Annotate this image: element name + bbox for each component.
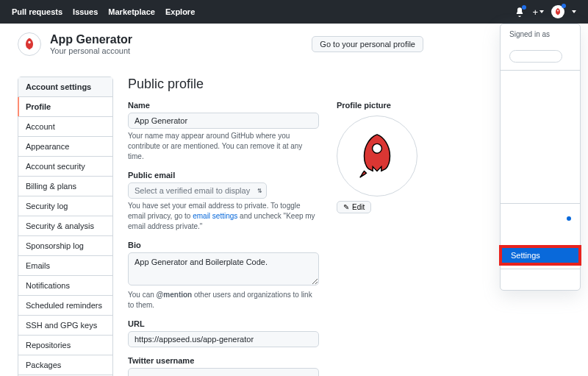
- dropdown-feature-preview[interactable]: Feature preview: [501, 207, 580, 230]
- url-label: URL: [128, 319, 319, 328]
- sidebar-item-profile[interactable]: Profile: [18, 97, 112, 117]
- name-label: Name: [128, 101, 319, 110]
- signed-in-user: app-generator: [509, 38, 571, 47]
- chevron-down-icon: [572, 10, 576, 13]
- sidebar-item-account[interactable]: Account: [18, 117, 112, 137]
- email-label: Public email: [128, 171, 319, 180]
- sidebar-item-security-log[interactable]: Security log: [18, 196, 112, 216]
- sidebar-item-ssh-gpg[interactable]: SSH and GPG keys: [18, 316, 112, 336]
- sidebar-item-billing[interactable]: Billing & plans: [18, 177, 112, 196]
- sidebar: Account settings Profile Account Appeara…: [18, 77, 113, 376]
- twitter-input[interactable]: [128, 368, 319, 376]
- notifications-icon[interactable]: [514, 7, 525, 17]
- sidebar-item-appearance[interactable]: Appearance: [18, 137, 112, 157]
- bio-input[interactable]: [128, 252, 319, 285]
- sidebar-item-sponsorship-log[interactable]: Sponsorship log: [18, 236, 112, 256]
- dropdown-your-profile[interactable]: Your profile: [501, 74, 580, 88]
- dropdown-your-projects[interactable]: Your projects: [501, 141, 580, 156]
- bio-label: Bio: [128, 241, 319, 249]
- name-help: Your name may appear around GitHub where…: [128, 131, 319, 162]
- nav-issues[interactable]: Issues: [73, 7, 98, 16]
- dropdown-your-orgs[interactable]: Your organizations: [501, 118, 580, 141]
- header-title: App Generator: [50, 33, 132, 46]
- profile-picture: [337, 116, 417, 196]
- nav-pull-requests[interactable]: Pull requests: [12, 7, 62, 16]
- dropdown-your-repos[interactable]: Your repositories: [501, 88, 580, 103]
- pencil-icon: ✎: [343, 203, 349, 211]
- svg-point-0: [557, 10, 559, 12]
- dropdown-your-codespaces[interactable]: Your codespaces: [501, 103, 580, 118]
- sidebar-item-repositories[interactable]: Repositories: [18, 336, 112, 355]
- user-avatar-menu[interactable]: [551, 5, 564, 18]
- svg-point-2: [373, 143, 382, 153]
- twitter-label: Twitter username: [128, 356, 319, 365]
- sidebar-item-notifications[interactable]: Notifications: [18, 276, 112, 296]
- signed-in-label: Signed in as: [509, 30, 571, 38]
- header-subtitle: Your personal account: [50, 46, 132, 55]
- sidebar-header: Account settings: [18, 77, 112, 97]
- picture-label: Profile picture: [337, 101, 425, 110]
- sidebar-item-security-analysis[interactable]: Security & analysis: [18, 216, 112, 236]
- bio-help: You can @mention other users and organiz…: [128, 290, 319, 311]
- create-new-menu[interactable]: +: [532, 7, 544, 18]
- edit-picture-button[interactable]: ✎ Edit: [337, 201, 371, 213]
- svg-point-1: [28, 41, 30, 43]
- name-input[interactable]: [128, 113, 319, 129]
- dropdown-signout[interactable]: Sign out: [501, 272, 580, 287]
- sidebar-item-emails[interactable]: Emails: [18, 256, 112, 276]
- email-help: You have set your email address to priva…: [128, 201, 319, 232]
- email-settings-link[interactable]: email settings: [193, 212, 237, 220]
- user-dropdown: Signed in as app-generator ◎ Focusing Yo…: [500, 24, 581, 291]
- email-select[interactable]: Select a verified email to display ⇅: [128, 182, 267, 199]
- select-arrows-icon: ⇅: [257, 188, 262, 194]
- target-icon: ◎: [516, 52, 523, 60]
- dropdown-settings[interactable]: Settings: [502, 248, 578, 263]
- sidebar-item-packages[interactable]: Packages: [18, 355, 112, 375]
- sidebar-item-account-security[interactable]: Account security: [18, 157, 112, 177]
- dropdown-your-gists[interactable]: Your gists: [501, 185, 580, 200]
- dropdown-your-discussions[interactable]: Your discussions: [501, 156, 580, 171]
- status-chip[interactable]: ◎ Focusing: [509, 50, 562, 63]
- topbar: Pull requests Issues Marketplace Explore…: [0, 0, 588, 24]
- nav-explore[interactable]: Explore: [165, 7, 195, 16]
- sidebar-item-scheduled-reminders[interactable]: Scheduled reminders: [18, 296, 112, 316]
- avatar: [18, 32, 41, 56]
- dropdown-your-stars[interactable]: Your stars: [501, 171, 580, 185]
- url-input[interactable]: [128, 331, 319, 347]
- dropdown-help[interactable]: Help: [501, 230, 580, 245]
- goto-profile-button[interactable]: Go to your personal profile: [312, 36, 423, 52]
- dot-indicator: [567, 216, 571, 221]
- nav-marketplace[interactable]: Marketplace: [108, 7, 155, 16]
